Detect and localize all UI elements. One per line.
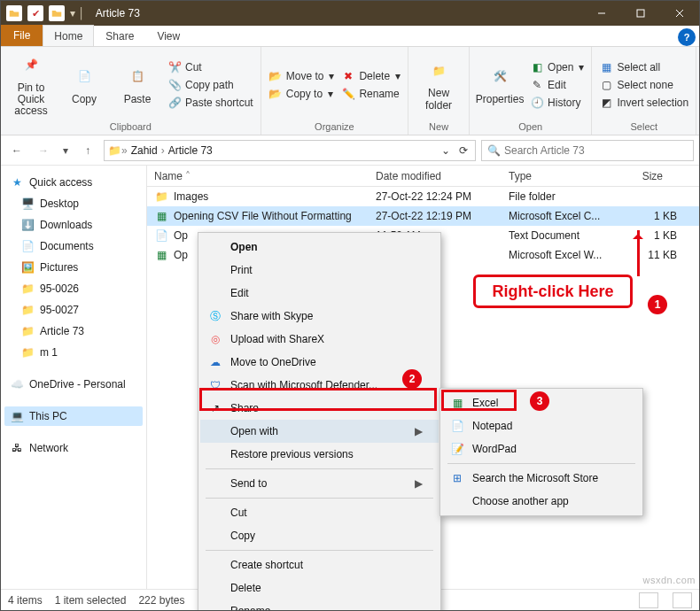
ctx-create-shortcut[interactable]: Create shortcut — [200, 553, 439, 576]
file-tab[interactable]: File — [1, 25, 43, 46]
copy-to-button[interactable]: 📂Copy to▾ — [267, 86, 337, 102]
ctx-send-to[interactable]: Send to▶ — [200, 472, 439, 495]
refresh-icon[interactable]: ⟳ — [455, 144, 471, 157]
column-headers: Name ˄ Date modified Type Size — [147, 166, 699, 187]
forward-button[interactable]: → — [33, 140, 54, 161]
file-name: Opening CSV File Without Formatting — [174, 210, 376, 222]
ctx-onedrive[interactable]: ☁Move to OneDrive — [200, 351, 439, 374]
search-placeholder: Search Article 73 — [504, 144, 585, 157]
sidebar-network[interactable]: 🖧Network — [4, 438, 143, 458]
col-date[interactable]: Date modified — [369, 170, 502, 182]
sidebar-folder[interactable]: 📁m 1 — [4, 343, 143, 362]
thumbnails-view-button[interactable] — [673, 592, 692, 608]
col-name[interactable]: Name ˄ — [147, 170, 369, 182]
back-button[interactable]: ← — [6, 140, 27, 161]
sidebar-quick-access[interactable]: ★Quick access — [4, 173, 143, 192]
rename-button[interactable]: ✏️Rename — [339, 86, 402, 102]
file-row[interactable]: 📁Images27-Oct-22 12:24 PMFile folder — [147, 187, 699, 206]
new-folder-button[interactable]: 📁New folder — [414, 51, 463, 119]
select-all-button[interactable]: ▦Select all — [597, 59, 690, 75]
openwith-store[interactable]: ⊞Search the Microsoft Store — [442, 467, 641, 490]
file-type: Microsoft Excel W... — [509, 249, 624, 261]
properties-icon[interactable]: ✔ — [27, 5, 43, 21]
ctx-rename[interactable]: Rename — [200, 599, 439, 611]
select-none-button[interactable]: ▢Select none — [597, 77, 690, 93]
sidebar-folder[interactable]: 📁95-0027 — [4, 300, 143, 320]
breadcrumb-seg[interactable]: Zahid — [128, 144, 161, 157]
ctx-cut[interactable]: Cut — [200, 501, 439, 524]
wordpad-icon: 📝 — [449, 441, 465, 457]
file-icon: ▦ — [154, 248, 168, 262]
ctx-open-with[interactable]: Open with▶ — [200, 420, 439, 443]
annotation-badge-2: 2 — [402, 369, 422, 389]
file-type: Text Document — [509, 229, 624, 242]
pin-button[interactable]: 📌Pin to Quick access — [6, 51, 56, 119]
openwith-wordpad[interactable]: 📝WordPad — [442, 437, 641, 460]
sidebar-documents[interactable]: 📄Documents — [4, 236, 143, 256]
recent-button[interactable]: ▾ — [59, 140, 72, 161]
folder-icon[interactable] — [6, 5, 22, 21]
chevron-right-icon: ▶ — [415, 477, 423, 490]
history-button[interactable]: 🕘History — [528, 95, 586, 111]
chevron-right-icon: ▶ — [415, 425, 423, 437]
home-tab[interactable]: Home — [43, 25, 94, 46]
share-tab[interactable]: Share — [94, 25, 145, 46]
sidebar-this-pc[interactable]: 💻This PC — [4, 406, 143, 426]
move-to-button[interactable]: 📂Move to▾ — [267, 68, 337, 84]
store-icon: ⊞ — [449, 470, 465, 486]
context-menu: Open Print Edit ⓈShare with Skype ◎Uploa… — [198, 232, 441, 611]
sidebar-downloads[interactable]: ⬇️Downloads — [4, 215, 143, 235]
sidebar-pictures[interactable]: 🖼️Pictures — [4, 258, 143, 277]
ctx-open[interactable]: Open — [200, 236, 439, 259]
ctx-print[interactable]: Print — [200, 259, 439, 282]
col-size[interactable]: Size — [617, 170, 670, 182]
edit-button-r[interactable]: ✎Edit — [528, 77, 586, 93]
annotation-right-click: Right-click Here — [473, 275, 633, 308]
pin-label: Pin to Quick access — [6, 82, 56, 118]
delete-button[interactable]: ✖Delete▾ — [339, 68, 402, 84]
ctx-delete[interactable]: Delete — [200, 576, 439, 599]
copy-path-button[interactable]: 📎Copy path — [166, 77, 255, 93]
details-view-button[interactable] — [639, 592, 658, 608]
ctx-restore[interactable]: Restore previous versions — [200, 443, 439, 466]
file-name: Images — [174, 190, 376, 203]
cut-button[interactable]: ✂️Cut — [166, 59, 255, 75]
open-button[interactable]: ◧Open▾ — [528, 59, 586, 75]
search-icon: 🔍 — [487, 144, 501, 157]
ctx-edit[interactable]: Edit — [200, 282, 439, 305]
breadcrumb-seg[interactable]: Article 73 — [165, 144, 216, 157]
close-button[interactable] — [660, 1, 699, 26]
watermark: wsxdn.com — [642, 575, 696, 585]
sidebar-onedrive[interactable]: ☁️OneDrive - Personal — [4, 375, 143, 394]
maximize-button[interactable] — [621, 1, 660, 26]
nav-pane: ★Quick access 🖥️Desktop ⬇️Downloads 📄Doc… — [1, 166, 147, 589]
paste-shortcut-button[interactable]: 🔗Paste shortcut — [166, 95, 255, 111]
search-box[interactable]: 🔍 Search Article 73 — [481, 140, 694, 161]
share-icon: ↗ — [207, 400, 223, 416]
ctx-share[interactable]: ↗Share — [200, 397, 439, 420]
ctx-sharex[interactable]: ◎Upload with ShareX — [200, 328, 439, 351]
sidebar-folder[interactable]: 📁Article 73 — [4, 321, 143, 341]
title-bar: ✔ ▾ │ Article 73 — [1, 1, 699, 26]
ctx-copy[interactable]: Copy — [200, 524, 439, 547]
sidebar-folder[interactable]: 📁95-0026 — [4, 279, 143, 298]
new-folder-icon[interactable] — [49, 5, 65, 21]
address-bar[interactable]: 📁 » Zahid › Article 73 ⌄⟳ — [104, 140, 476, 161]
notepad-icon: 📄 — [449, 418, 465, 434]
minimize-button[interactable] — [582, 1, 621, 26]
invert-selection-button[interactable]: ◩Invert selection — [597, 95, 690, 111]
openwith-notepad[interactable]: 📄Notepad — [442, 414, 641, 437]
view-tab[interactable]: View — [145, 25, 191, 46]
col-type[interactable]: Type — [502, 170, 617, 182]
paste-button[interactable]: 📋Paste — [113, 51, 162, 119]
copy-button[interactable]: 📄Copy — [59, 51, 109, 119]
properties-button[interactable]: 🛠️Properties — [475, 51, 525, 119]
help-icon[interactable]: ? — [678, 28, 696, 46]
sidebar-desktop[interactable]: 🖥️Desktop — [4, 194, 143, 213]
file-row[interactable]: ▦Opening CSV File Without Formatting27-O… — [147, 206, 699, 226]
group-clipboard-label: Clipboard — [6, 120, 255, 133]
up-button[interactable]: ↑ — [77, 140, 98, 161]
openwith-choose[interactable]: Choose another app — [442, 490, 641, 513]
ctx-skype[interactable]: ⓈShare with Skype — [200, 305, 439, 328]
addr-dropdown-icon[interactable]: ⌄ — [438, 144, 454, 157]
